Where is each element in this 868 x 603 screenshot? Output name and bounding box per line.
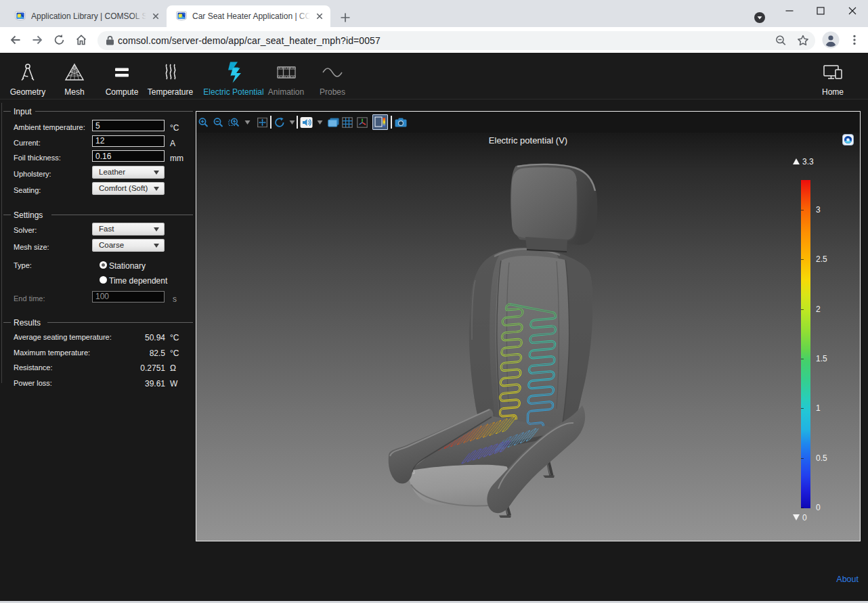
foil-thickness-field[interactable] [92,150,165,162]
browser-titlebar: Application Library | COMSOL Se Car Seat… [0,0,868,27]
home-button[interactable] [74,33,88,47]
color-legend-toggle[interactable] [372,114,388,130]
tab-title-fade [131,12,146,21]
ribbon-button-compute[interactable]: Compute [100,61,144,99]
browser-menu-icon[interactable] [848,34,861,46]
animation-icon [276,61,297,84]
ribbon-button-temperature[interactable]: Temperature [144,61,196,99]
snapshot-camera-icon[interactable] [395,118,407,127]
legend-dash [3,322,11,323]
back-button[interactable] [9,33,22,47]
axes-orientation-icon[interactable] [357,117,368,128]
plot-canvas[interactable]: Electric potential (V) [196,133,860,541]
end-time-field[interactable] [92,291,165,303]
ambient-temperature-field[interactable] [92,120,165,131]
toolbar-separator [391,116,392,129]
rotate-icon[interactable] [274,117,285,128]
tab-title-fade [295,12,310,21]
seating-dropdown[interactable]: Comfort (Soft) [92,182,165,195]
app-ribbon: Geometry Mesh Compute [0,53,868,99]
mesh-icon [64,61,85,84]
upholstery-label: Upholstery: [14,170,51,178]
window-close-button[interactable] [837,0,868,21]
comsol-favicon [15,11,26,22]
stationary-radio-label: Stationary [109,261,146,271]
end-time-unit: s [173,294,177,304]
mesh-size-label: Mesh size: [14,243,49,251]
scene-settings-icon[interactable] [328,117,339,127]
tab-close-icon[interactable] [150,11,161,22]
upholstery-dropdown[interactable]: Leather [92,166,165,179]
colorbar-min-marker: 0 [793,513,807,522]
sound-toggle-button[interactable] [300,116,313,128]
result-label: Resistance: [14,363,52,372]
ribbon-button-mesh[interactable]: Mesh [58,61,91,99]
ribbon-button-home[interactable]: Home [815,61,851,99]
section-header-results: Results [2,318,194,326]
browser-toolbar: comsol.com/server-demo/app/car_seat_heat… [0,27,868,53]
time-dependent-radio[interactable] [100,276,107,284]
stationary-radio[interactable] [100,261,107,269]
mesh-size-dropdown[interactable]: Coarse [92,239,165,252]
comsol-app: Geometry Mesh Compute [0,53,868,603]
result-value: 82.5 [118,349,165,358]
current-field[interactable] [92,135,165,147]
ribbon-button-probes[interactable]: Probes [316,61,349,99]
about-link[interactable]: About [836,575,859,584]
section-header-settings: Settings [2,210,194,219]
profile-avatar[interactable] [822,31,840,49]
tab-close-icon[interactable] [314,11,325,22]
ribbon-button-electric-potential[interactable]: Electric Potential [200,61,267,99]
zoom-extents-icon[interactable] [257,117,267,127]
max-triangle-icon [793,158,800,164]
tab-application-library[interactable]: Application Library | COMSOL Se [5,5,167,27]
new-tab-button[interactable] [337,9,353,26]
zoom-box-icon[interactable] [228,117,240,127]
solver-dropdown[interactable]: Fast [92,223,165,236]
graphics-panel: Electric potential (V) [196,111,861,541]
rotate-dropdown-caret[interactable] [289,120,295,125]
type-label: Type: [14,261,32,269]
colorbar-tick-label: 1 [816,403,821,413]
result-value: 50.94 [118,333,165,342]
lock-icon[interactable] [106,36,114,46]
ribbon-button-geometry[interactable]: Geometry [8,61,47,99]
solver-label: Solver: [14,226,37,234]
window-maximize-button[interactable] [805,0,836,21]
window-minimize-button[interactable] [774,0,805,21]
colorbar-tick [801,210,804,210]
toolbar-separator [297,116,298,129]
legend-line [35,111,193,112]
tab-car-seat-heater[interactable]: Car Seat Heater Application | CO [167,5,330,27]
result-label: Power loss: [14,379,52,387]
colorbar-tick-label: 3 [816,205,821,215]
colorbar-tick-label: 1.5 [816,354,827,363]
zoom-out-icon[interactable] [213,117,223,127]
result-value: 39.61 [118,379,165,388]
grid-icon[interactable] [342,117,353,128]
forward-button[interactable] [30,33,44,47]
browser-update-icon[interactable] [754,12,765,23]
car-seat-3d-model [196,133,860,541]
seating-label: Seating: [14,186,41,194]
home-screen-icon [822,61,844,84]
zoom-page-icon[interactable] [775,35,787,47]
sound-dropdown-caret[interactable] [317,120,323,125]
reload-button[interactable] [53,34,66,47]
comsol-favicon [176,11,187,22]
colorbar-tick [801,408,804,409]
address-bar[interactable]: comsol.com/server-demo/app/car_seat_heat… [97,31,815,50]
result-label: Average seating temperature: [14,333,112,341]
legend-dash [3,215,11,215]
url-text[interactable]: comsol.com/server-demo/app/car_seat_heat… [118,35,381,46]
legend-line [47,322,193,323]
legend-line [51,215,193,215]
colorbar-tick [801,309,804,310]
zoom-in-icon[interactable] [198,117,209,127]
tab-title: Car Seat Heater Application | CO [192,12,310,21]
ribbon-button-animation[interactable]: Animation [264,61,308,99]
zoom-dropdown-caret[interactable] [244,120,251,125]
colorbar-tick [801,458,804,459]
section-header-input: Input [2,107,194,115]
bookmark-star-icon[interactable] [796,34,810,47]
